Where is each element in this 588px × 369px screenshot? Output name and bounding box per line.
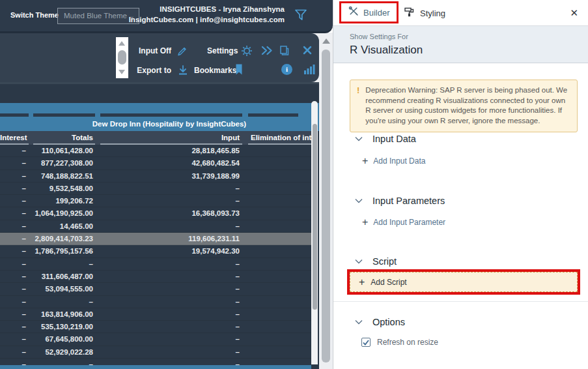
table-cell[interactable]: – xyxy=(0,157,31,169)
table-cell[interactable] xyxy=(245,283,311,295)
filter-funnel-icon[interactable] xyxy=(294,8,308,25)
table-cell[interactable] xyxy=(245,145,311,156)
refresh-on-resize-checkbox[interactable] xyxy=(361,338,371,347)
table-cell[interactable]: 877,227,308.00 xyxy=(31,157,98,169)
table-cell[interactable]: 311,606,487.00 xyxy=(31,271,98,282)
table-cell[interactable]: 67,645,800.00 xyxy=(31,333,98,345)
tab-styling[interactable]: Styling xyxy=(404,0,445,26)
table-cell[interactable] xyxy=(245,333,311,345)
table-cell[interactable]: – xyxy=(0,233,31,244)
input-off-label[interactable]: Input Off xyxy=(133,46,171,55)
table-cell[interactable] xyxy=(245,183,311,194)
table-cell[interactable]: – xyxy=(98,283,245,295)
table-row[interactable]: –53,094,555.00– xyxy=(0,283,311,295)
toolbar-scrollbar[interactable] xyxy=(116,37,128,78)
table-cell[interactable]: – xyxy=(98,296,245,308)
table-row[interactable]: –748,188,822.5131,739,188.99 xyxy=(0,170,311,183)
info-icon[interactable]: i xyxy=(281,64,292,75)
table-row[interactable]: –311,606,487.00– xyxy=(0,271,311,283)
add-input-parameter-button[interactable]: + Add Input Parameter xyxy=(362,218,445,227)
table-cell[interactable]: 53,094,555.00 xyxy=(31,283,98,295)
bookmarks-label[interactable]: Bookmarks xyxy=(194,66,231,75)
table-cell[interactable]: – xyxy=(98,220,245,232)
chevron-down-icon[interactable] xyxy=(355,319,363,325)
download-icon[interactable] xyxy=(177,65,189,79)
table-cell[interactable]: 14,465.00 xyxy=(31,220,98,232)
table-scrollbar[interactable] xyxy=(311,101,318,364)
table-row[interactable]: –163,814,906.00– xyxy=(0,308,311,321)
table-cell[interactable] xyxy=(245,220,311,232)
table-cell[interactable] xyxy=(245,207,311,219)
table-cell[interactable]: – xyxy=(0,183,31,194)
table-cell[interactable]: – xyxy=(0,170,31,182)
table-cell[interactable]: – xyxy=(0,308,31,320)
table-cell[interactable]: – xyxy=(98,271,245,282)
section-input-data[interactable]: Input Data xyxy=(333,132,588,145)
chevron-down-icon[interactable] xyxy=(355,198,363,203)
toolbar-scrollbar-thumb[interactable] xyxy=(118,50,126,65)
table-cell[interactable]: – xyxy=(98,195,245,207)
table-row[interactable]: –2,809,414,703.23119,606,231.11 xyxy=(0,233,311,245)
fast-forward-icon[interactable] xyxy=(261,46,273,58)
theme-dropdown[interactable]: Muted Blue Theme ⌄ xyxy=(57,8,139,24)
main-scrollbar[interactable] xyxy=(319,33,333,369)
table-cell[interactable] xyxy=(245,233,311,244)
table-cell[interactable] xyxy=(245,258,311,270)
tab-builder[interactable]: Builder xyxy=(341,3,397,22)
section-script[interactable]: Script xyxy=(333,255,588,268)
table-cell[interactable]: 110,061,428.00 xyxy=(31,145,98,156)
table-cell[interactable] xyxy=(245,308,311,320)
table-cell[interactable]: 42,680,482.54 xyxy=(98,157,245,169)
column-header[interactable]: Interest xyxy=(0,131,31,145)
table-cell[interactable]: – xyxy=(0,333,31,345)
pencil-icon[interactable] xyxy=(176,45,188,59)
column-header[interactable]: Totals xyxy=(31,131,98,145)
table-cell[interactable] xyxy=(245,346,311,358)
table-cell[interactable]: – xyxy=(98,308,245,320)
table-cell[interactable] xyxy=(245,296,311,308)
bar-chart-icon[interactable] xyxy=(303,64,315,78)
column-header[interactable]: Elimination of interest xyxy=(245,131,311,145)
main-scrollbar-thumb[interactable] xyxy=(322,50,330,362)
table-cell[interactable]: 163,814,906.00 xyxy=(31,308,98,320)
table-cell[interactable] xyxy=(245,321,311,332)
table-row[interactable]: –9,532,548.00– xyxy=(0,183,311,195)
table-cell[interactable]: 199,206.72 xyxy=(31,195,98,207)
scroll-up-icon[interactable] xyxy=(119,41,125,46)
table-row[interactable]: –877,227,308.0042,680,482.54 xyxy=(0,157,311,170)
table-row[interactable]: –535,130,219.00– xyxy=(0,321,311,333)
table-cell[interactable]: – xyxy=(98,333,245,345)
table-row[interactable]: –67,645,800.00– xyxy=(0,333,311,346)
table-cell[interactable]: 19,574,942.30 xyxy=(98,245,245,257)
table-cell[interactable]: – xyxy=(0,195,31,207)
consolidation-table[interactable]: Dew Drop Inn (Hospitality by InsightCube… xyxy=(0,84,319,369)
settings-label[interactable]: Settings xyxy=(207,46,237,55)
column-header[interactable]: Input xyxy=(98,131,245,145)
panel-close-icon[interactable]: ✕ xyxy=(570,0,578,26)
chevron-down-icon[interactable] xyxy=(355,259,363,264)
table-cell[interactable]: – xyxy=(0,271,31,282)
table-cell[interactable]: – xyxy=(98,183,245,194)
table-cell[interactable]: – xyxy=(31,296,98,308)
close-x-icon[interactable] xyxy=(303,46,312,57)
table-cell[interactable]: – xyxy=(31,258,98,270)
table-cell[interactable]: 535,130,219.00 xyxy=(31,321,98,332)
bookmark-icon[interactable] xyxy=(234,63,244,78)
table-cell[interactable]: 52,929,022.28 xyxy=(31,346,98,358)
table-cell[interactable] xyxy=(245,195,311,207)
table-row[interactable]: ––– xyxy=(0,296,311,308)
table-cell[interactable]: – xyxy=(98,321,245,332)
copy-pages-icon[interactable] xyxy=(279,45,290,59)
table-row[interactable]: –52,929,022.28– xyxy=(0,346,311,359)
table-cell[interactable]: – xyxy=(0,220,31,232)
table-cell[interactable]: – xyxy=(0,321,31,332)
table-row[interactable]: –1,064,190,925.0016,368,093.73 xyxy=(0,207,311,220)
table-row[interactable]: –1,786,795,157.5619,574,942.30 xyxy=(0,245,311,258)
table-cell[interactable]: 28,818,465.85 xyxy=(98,145,245,156)
table-cell[interactable] xyxy=(245,245,311,257)
table-cell[interactable]: – xyxy=(98,346,245,358)
table-cell[interactable]: – xyxy=(0,296,31,308)
table-cell[interactable]: 31,739,188.99 xyxy=(98,170,245,182)
table-cell[interactable]: 16,368,093.73 xyxy=(98,207,245,219)
table-row[interactable]: –14,465.00– xyxy=(0,220,311,233)
